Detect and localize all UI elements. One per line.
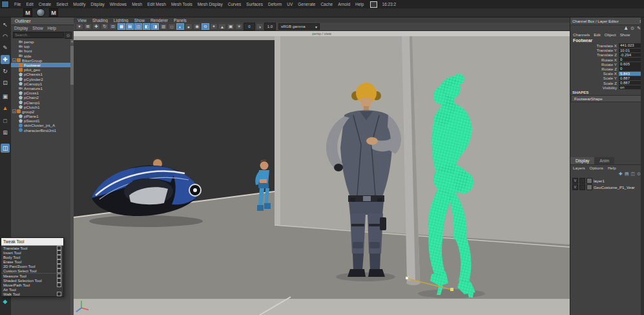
attr-value-field[interactable]: 10.01 (619, 49, 642, 52)
select-tool-icon[interactable]: ↖ (1, 20, 10, 29)
outliner-item[interactable]: pChain2 (11, 95, 70, 100)
tool-options-checkbox[interactable] (57, 274, 61, 278)
outliner-item-selected[interactable]: Footwear (11, 63, 70, 67)
layer-tab-display[interactable]: Display (570, 157, 594, 164)
outliner-item[interactable]: side (11, 54, 70, 58)
layer-visibility-toggle[interactable]: V (572, 184, 578, 190)
gamma-field[interactable]: 1.0 (264, 23, 276, 30)
vp-menu-lighting[interactable]: Lighting (114, 18, 129, 23)
character-tool-icon[interactable]: ▲ (1, 103, 10, 113)
paint-select-tool-icon[interactable]: ✎ (1, 43, 10, 52)
menu-mesh-display[interactable]: Mesh Display (195, 2, 225, 6)
outliner-item[interactable]: pilot_geo (11, 67, 70, 72)
depth-of-field-icon[interactable]: ● (185, 23, 192, 30)
layer-playback-toggle[interactable] (579, 178, 585, 184)
attr-value-field[interactable]: 441.023 (619, 43, 642, 47)
bookmark-icon[interactable]: ▣ (227, 23, 234, 30)
tool-options-checkbox[interactable] (57, 246, 61, 250)
layer-row[interactable]: V layer1 (570, 177, 643, 184)
workspace-icon[interactable] (370, 1, 377, 8)
tool-options-checkbox[interactable] (57, 278, 61, 283)
layer-playback-toggle[interactable] (579, 184, 585, 190)
lighting-icon[interactable]: ☀ (235, 23, 243, 30)
rotate-snap-icon[interactable]: ↻ (101, 23, 109, 30)
use-all-lights-icon[interactable]: ◧ (143, 23, 151, 30)
tool-options-checkbox[interactable] (57, 255, 61, 259)
tool-list-item[interactable]: Move/Path Tool (1, 283, 63, 287)
layer-row[interactable]: V GeoCostume_P1_Vear (570, 184, 643, 190)
lasso-tool-icon[interactable]: ◠ (1, 32, 10, 41)
menu-arnold[interactable]: Arnold (335, 2, 353, 6)
menu-uv[interactable]: UV (284, 2, 295, 6)
menu-display[interactable]: Display (88, 2, 107, 6)
menu-help[interactable]: Help (353, 2, 366, 6)
grid-toggle-icon[interactable]: ⊞ (84, 23, 92, 30)
vp-menu-shading[interactable]: Shading (92, 18, 108, 23)
last-tool-icon[interactable]: ▣ (1, 92, 10, 101)
camera-attributes-icon[interactable]: ▲ (218, 23, 226, 30)
shape-node-row[interactable]: FootwearShape (571, 95, 643, 102)
tool-options-checkbox[interactable] (57, 292, 61, 296)
layer-visibility-toggle[interactable]: V (572, 178, 578, 184)
outliner-item[interactable]: characterBindJnt1 (11, 128, 70, 133)
layout-four-pane-icon[interactable]: ⊞ (1, 128, 10, 137)
joints-xray-icon[interactable]: ✦ (210, 23, 218, 30)
tool-list-item[interactable]: Measure Tool (1, 273, 63, 278)
filter-icon[interactable]: ⊙ (65, 32, 72, 39)
outliner-item[interactable]: pChassis1 (11, 72, 70, 76)
tool-list-item[interactable]: Invert Tool (1, 250, 63, 255)
move-tool-icon[interactable]: ✚ (1, 55, 10, 64)
maya-m-icon[interactable]: M (23, 8, 32, 17)
display-toggle-icon[interactable]: ⊙ (630, 26, 634, 31)
menu-edit-mesh[interactable]: Edit Mesh (145, 2, 169, 6)
menu-mesh[interactable]: Mesh (129, 2, 145, 6)
layer-color-swatch[interactable] (587, 178, 592, 184)
scale-tool-icon[interactable]: ⊡ (1, 78, 10, 87)
menu-mesh-tools[interactable]: Mesh Tools (169, 2, 195, 6)
sphere-icon[interactable] (36, 8, 45, 17)
layout-persp-outliner-icon[interactable]: ◫ (1, 144, 10, 153)
tool-list-item[interactable]: Erase Tool (1, 259, 63, 264)
outliner-item[interactable]: pClutch1 (11, 105, 70, 109)
shadows-icon[interactable]: ◨ (151, 23, 159, 30)
attr-value-field[interactable]: -0.294 (619, 53, 642, 57)
expander-icon[interactable]: + (12, 58, 16, 62)
menu-file[interactable]: File (12, 2, 23, 6)
menu-deform[interactable]: Deform (265, 2, 284, 6)
outliner-item[interactable]: pSword1 (11, 118, 70, 123)
rotate-tool-icon[interactable]: ↻ (1, 67, 10, 76)
tool-options-checkbox[interactable] (57, 259, 61, 264)
vp-menu-panels[interactable]: Panels (174, 18, 187, 23)
viewport-3d-scene[interactable] (74, 36, 570, 315)
vp-menu-renderer[interactable]: Renderer (151, 18, 168, 23)
window-minimize-icon[interactable] (1, 1, 9, 8)
outliner-menu-display[interactable]: Display (14, 26, 28, 30)
outliner-item[interactable]: Armature1 (11, 86, 70, 91)
outliner-item[interactable]: front (11, 49, 70, 53)
menu-select[interactable]: Select (54, 2, 70, 6)
layer-tab-anim[interactable]: Anim (594, 157, 614, 164)
camera-menu-icon[interactable]: ▾ (76, 23, 83, 30)
outliner-item[interactable]: +BikerGroup (11, 58, 70, 63)
attr-value-field[interactable]: 0 (619, 67, 642, 71)
layer-color-swatch[interactable] (587, 184, 592, 190)
tool-list-item[interactable]: Shaded Selection Tool (1, 278, 63, 283)
character-set-icon[interactable]: ♟ (624, 26, 628, 31)
attr-value-field[interactable]: on (619, 85, 642, 89)
tool-list-item[interactable]: Body Tool (1, 255, 63, 259)
new-layer-selected-icon[interactable]: ▤ (625, 171, 629, 177)
menu-curves[interactable]: Curves (225, 2, 244, 6)
attr-value-field-active[interactable]: 5.843 (619, 72, 642, 76)
outliner-item[interactable]: pPlane1 (11, 114, 70, 118)
menu-generate[interactable]: Generate (295, 2, 318, 6)
outliner-menu-show[interactable]: Show (32, 26, 43, 30)
gamma-icon[interactable]: ◑ (256, 23, 264, 30)
outliner-tab[interactable]: Outliner (11, 17, 74, 25)
tool-list-header[interactable]: Tweak Tool (1, 238, 63, 246)
cb-menu-object[interactable]: Object (605, 32, 616, 37)
tool-options-checkbox[interactable] (57, 264, 61, 268)
cb-menu-channels[interactable]: Channels (573, 32, 590, 37)
new-layer-icon[interactable]: ✚ (619, 171, 623, 177)
maya-m2-icon[interactable]: M (49, 8, 58, 17)
shaded-mode-icon[interactable]: ▤ (126, 23, 134, 30)
